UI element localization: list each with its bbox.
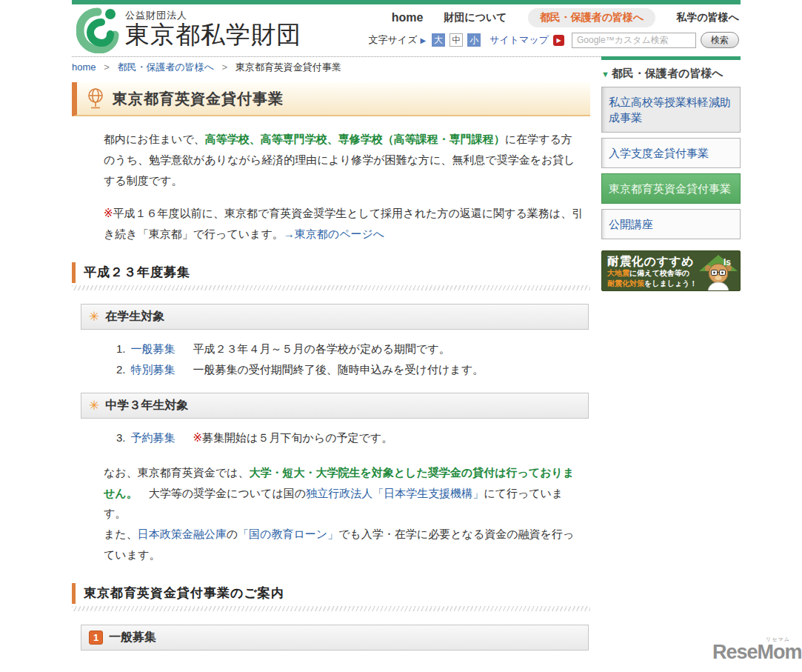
list-number: 1. [116,342,126,355]
triangle-down-icon: ▼ [601,70,609,79]
reservation-recruit-link[interactable]: 予約募集 [131,431,176,444]
sidebar-title-text: 都民・保護者の皆様へ [612,67,724,79]
header-toolbar: 文字サイズ ▶ 大 中 小 サイトマップ ▶ 検索 [369,32,739,48]
globe-icon [86,87,105,110]
font-size-label: 文字サイズ [369,33,418,47]
sidebar-title: ▼都民・保護者の皆様へ [601,60,741,87]
list-desc: 平成２３年４月～５月の各学校が定める期間です。 [193,342,450,355]
general-recruit-link[interactable]: 一般募集 [131,342,176,355]
inline-link[interactable]: →東京都のページへ [284,227,384,240]
star-icon: ✳ [89,309,99,325]
main-content: home > 都民・保護者の皆様へ > 東京都育英資金貸付事業 東京都育英資金貸… [72,61,590,672]
recruit-list-current-students: 1.一般募集平成２３年４月～５月の各学校が定める期間です。 2.特別募集一般募集… [116,339,590,379]
subsection-current-students: ✳ 在学生対象 [81,304,589,330]
list-item: 1.一般募集平成２３年４月～５月の各学校が定める期間です。 [116,339,590,359]
text-segment: をしましょう！ [644,279,697,287]
section-title: 平成２３年度募集 [72,262,590,283]
text-segment: 一般募集の受付期間終了後、随時申込みを受け付けます。 [193,363,484,376]
sitemap-arrow-icon: ▶ [553,35,564,46]
list-number: 2. [116,363,126,376]
site-logo[interactable]: 公益財団法人 東京都私学財団 [76,7,301,53]
watermark-text: ReseMom. [712,641,802,663]
breadcrumb-separator: > [222,61,228,73]
search-input[interactable] [572,33,696,48]
text-segment: ※ [104,207,113,219]
hatch-divider [72,285,590,290]
list-number: 3. [116,431,126,444]
nav-citizens-guardians[interactable]: 都民・保護者の皆様へ [528,8,656,27]
text-segment: に備えて校舎等の [629,269,689,277]
list-item: 3.予約募集※募集開始は５月下旬からの予定です。 [116,428,590,448]
top-nav: home 財団について 都民・保護者の皆様へ 私学の皆様へ [392,8,739,27]
text-segment: 大地震 [607,269,629,277]
text-segment: なお、東京都育英資金では、 [104,466,249,479]
note-line: なお、東京都育英資金では、大学・短大・大学院生を対象とした奨学金の貸付は行ってお… [104,462,585,524]
font-size-medium-button[interactable]: 中 [450,33,463,47]
mascot-icon: Is [699,252,739,291]
inline-link[interactable]: 独立行政法人「日本学生支援機構」 [306,487,484,499]
subsection-general-recruit: 1 一般募集 [81,625,589,651]
logo-text: 公益財団法人 東京都私学財団 [125,7,301,48]
site-header: 公益財団法人 東京都私学財団 home 財団について 都民・保護者の皆様へ 私学… [72,4,741,57]
section-heading-recruit-2011: 平成２３年度募集 [72,262,590,290]
font-size-small-button[interactable]: 小 [467,33,481,47]
list-desc: 一般募集の受付期間終了後、随時申込みを受け付けます。 [193,363,484,376]
recruit-list-junior-high: 3.予約募集※募集開始は５月下旬からの予定です。 [116,428,590,448]
note-line: また、日本政策金融公庫の「国の教育ローン」でも入学・在学に必要となる資金の融資を… [104,524,585,565]
sidebar-item-ikuei-loan[interactable]: 東京都育英資金貸付事業 [601,173,741,204]
intro-note-paragraph: ※平成１６年度以前に、東京都で育英資金奨学生として採用された方の返還に関する業務… [104,203,584,244]
org-name: 東京都私学財団 [125,22,301,48]
text-segment: 高等学校、高等専門学校、専修学校（高等課程・専門課程） [205,133,505,145]
breadcrumb-current: 東京都育英資金貸付事業 [235,61,341,73]
inline-link[interactable]: 「国の教育ローン」 [238,528,338,540]
sidebar: ▼都民・保護者の皆様へ 私立高校等授業料軽減助成事業 入学支度金貸付事業 東京都… [601,56,741,291]
section-heading-guide: 東京都育英資金貸付事業のご案内 [72,583,590,611]
number-badge: 1 [89,631,103,645]
special-recruit-link[interactable]: 特別募集 [131,363,176,376]
breadcrumb-citizens[interactable]: 都民・保護者の皆様へ [117,61,214,73]
text-segment: 耐震化対策 [607,279,644,287]
subsection-label: 一般募集 [109,630,156,645]
page: 公益財団法人 東京都私学財団 home 財団について 都民・保護者の皆様へ 私学… [0,0,802,672]
intro-paragraph: 都内にお住まいで、高等学校、高等専門学校、専修学校（高等課程・専門課程）に在学す… [104,129,584,190]
list-desc: ※募集開始は５月下旬からの予定です。 [193,431,393,444]
loan-scope-note: なお、東京都育英資金では、大学・短大・大学院生を対象とした奨学金の貸付は行ってお… [104,462,585,565]
page-title: 東京都育英資金貸付事業 [113,89,284,109]
breadcrumb: home > 都民・保護者の皆様へ > 東京都育英資金貸付事業 [72,61,590,74]
section-title: 東京都育英資金貸付事業のご案内 [72,583,590,604]
text-segment: の [227,528,238,540]
star-icon: ✳ [89,398,99,413]
text-segment: 大学等の奨学金については国の [138,487,306,499]
text-segment: 都内にお住まいで、 [104,133,205,145]
logo-swirl-icon [76,7,119,53]
sidebar-item-open-lecture[interactable]: 公開講座 [601,209,741,239]
breadcrumb-home[interactable]: home [72,61,96,73]
text-segment: 平成２３年４月～５月の各学校が定める期間です。 [193,342,450,355]
breadcrumb-separator: > [104,61,110,73]
page-title-box: 東京都育英資金貸付事業 [72,82,590,116]
sidebar-item-entrance-loan[interactable]: 入学支度金貸付事業 [601,138,741,168]
nav-home[interactable]: home [392,11,424,24]
text-segment: 募集開始は５月下旬からの予定です。 [202,431,392,444]
sidebar-item-tuition-reduction[interactable]: 私立高校等授業料軽減助成事業 [601,87,741,133]
text-segment: ※ [193,431,203,444]
text-segment: また、 [104,528,138,540]
font-size-arrow-icon: ▶ [420,36,426,44]
search-button[interactable]: 検索 [701,32,739,48]
nav-about-foundation[interactable]: 財団について [444,11,507,24]
subsection-junior-high-3rd: ✳ 中学３年生対象 [81,393,589,419]
resemom-watermark: リセマム ReseMom. [712,636,798,664]
font-size-large-button[interactable]: 大 [432,33,445,47]
subsection-label: 中学３年生対象 [105,398,188,413]
nav-private-schools[interactable]: 私学の皆様へ [676,11,739,24]
list-item: 2.特別募集一般募集の受付期間終了後、随時申込みを受け付けます。 [116,359,590,379]
inline-link[interactable]: 日本政策金融公庫 [138,528,227,540]
subsection-label: 在学生対象 [105,309,164,325]
sitemap-link[interactable]: サイトマップ [489,33,549,47]
arrow-glyph: ▶ [556,37,561,44]
hatch-divider [72,606,590,611]
earthquake-resistance-banner[interactable]: 耐震化のすすめ 大地震に備えて校舎等の 耐震化対策をしましょう！ Is [601,250,741,291]
